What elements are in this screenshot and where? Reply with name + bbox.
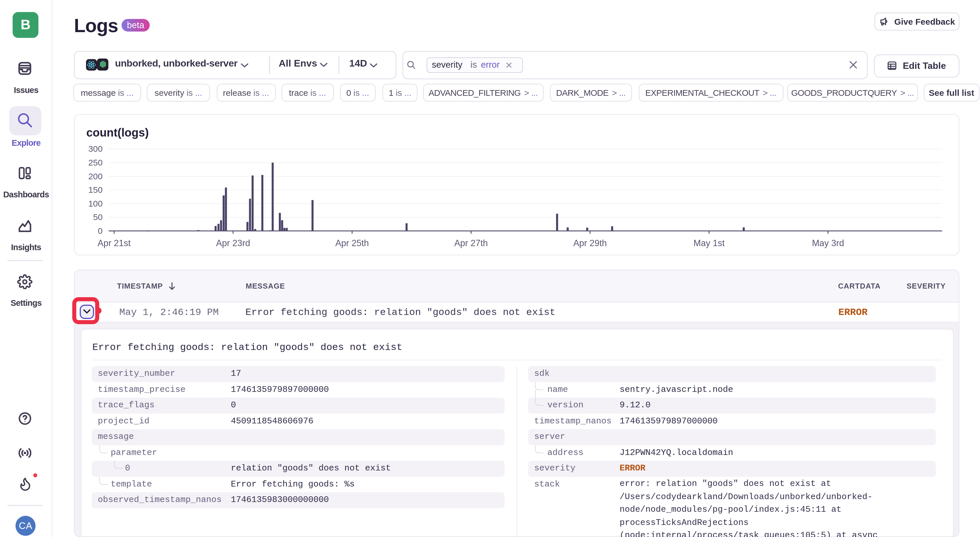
svg-text:300: 300 [88,144,103,153]
svg-text:Apr 23rd: Apr 23rd [216,238,250,248]
svg-text:200: 200 [88,172,103,181]
svg-text:Apr 27th: Apr 27th [454,238,488,248]
svg-text:250: 250 [88,158,103,167]
svg-text:50: 50 [93,212,103,222]
svg-text:0: 0 [98,226,103,236]
svg-text:150: 150 [88,185,103,194]
svg-text:100: 100 [88,199,103,208]
svg-text:Apr 25th: Apr 25th [335,238,369,248]
svg-text:Apr 29th: Apr 29th [573,238,607,248]
svg-text:May 1st: May 1st [694,238,725,248]
svg-text:Apr 21st: Apr 21st [97,238,131,248]
svg-text:May 3rd: May 3rd [812,238,844,248]
